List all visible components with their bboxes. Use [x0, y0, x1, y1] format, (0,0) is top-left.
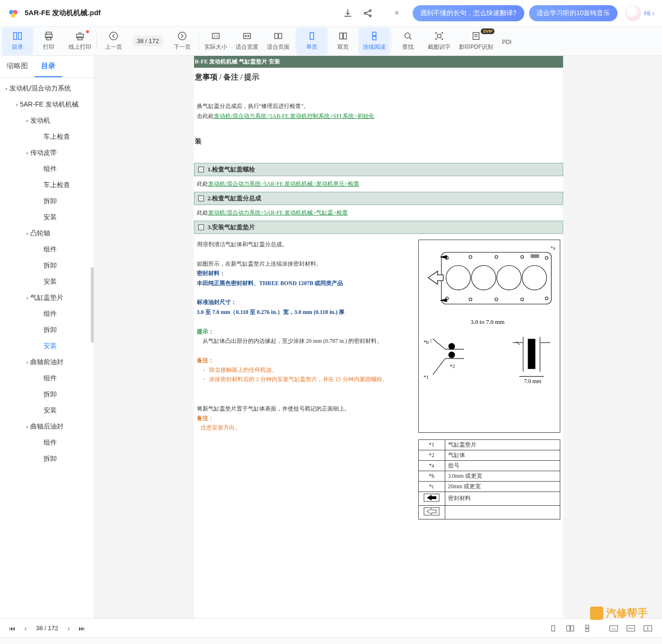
legend-value: 批号	[445, 460, 560, 471]
toc-item[interactable]: 拆卸	[0, 258, 94, 274]
svg-point-41	[545, 297, 548, 300]
toc-item[interactable]: 安装	[0, 402, 94, 419]
tab-thumbnails[interactable]: 缩略图	[0, 56, 35, 77]
toc-item[interactable]: ▾曲轴前油封	[0, 354, 94, 370]
section-3-header[interactable]: - 3.安装气缸盖垫片	[194, 221, 563, 234]
toc-item[interactable]: 安装	[0, 209, 94, 225]
svg-text:1:1: 1:1	[612, 627, 616, 630]
toc-item[interactable]: 车上检查	[0, 129, 94, 145]
scan-pdf-button[interactable]: SVIP 影印PDF识别	[455, 27, 497, 55]
watermark-text: 汽修帮手	[606, 606, 648, 620]
print-button[interactable]: 打印	[33, 27, 64, 55]
diagram-box: *a *b *1 *2	[418, 240, 560, 433]
caret-icon: ▾	[24, 424, 30, 429]
toc-item[interactable]: ▾气缸盖垫片	[0, 290, 94, 306]
view-single-icon[interactable]	[547, 623, 560, 634]
collapse-icon[interactable]: -	[198, 167, 204, 172]
next-page-bottom-button[interactable]: ›	[62, 625, 75, 632]
svg-rect-42	[530, 254, 539, 258]
s1-link[interactable]: 发动机/混合动力系统>5AR-FE 发动机机械>发动机单元>检查	[208, 180, 359, 187]
section-1-header[interactable]: - 1.检查气缸盖螺栓	[194, 163, 563, 176]
caret-icon: ▾	[24, 118, 30, 124]
clip-ocr-button[interactable]: 截图识字	[424, 27, 455, 55]
pdf-page: R-FE 发动机机械 气缸盖垫片 安装 意事项 / 备注 / 提示 换气缸盖分总…	[194, 56, 563, 618]
download-icon[interactable]	[343, 8, 353, 18]
suggestion-pill-2[interactable]: 适合学习听的10首纯音乐	[529, 5, 618, 21]
horizontal-scrollbar[interactable]	[0, 637, 662, 644]
hollow-arrow-icon	[418, 505, 445, 519]
toc-item[interactable]: 安装	[0, 274, 94, 290]
legend-row: *c20mm 或更宽	[418, 481, 560, 492]
zoom-fitw-icon[interactable]	[624, 623, 637, 634]
toc-label: 发动机/混合动力系统	[9, 84, 71, 93]
pdf-more-button[interactable]: PDI	[497, 27, 516, 55]
toc-item[interactable]: 拆卸	[0, 386, 94, 402]
toc-item[interactable]: 拆卸	[0, 322, 94, 338]
fit-width-button[interactable]: 适合宽度	[231, 27, 263, 55]
app-logo-icon	[8, 8, 19, 19]
s3-p2: 如图所示，在新气缸盖垫片上连续涂抹密封材料。	[197, 259, 412, 268]
toc-item[interactable]: 拆卸	[0, 193, 94, 209]
fit-page-button[interactable]: 适合页面	[263, 27, 294, 55]
svg-rect-26	[473, 33, 479, 40]
prev-page-bottom-button[interactable]: ‹	[19, 625, 32, 632]
toc-item[interactable]: 拆卸	[0, 451, 94, 467]
toc-label: 组件	[44, 245, 57, 254]
zoom-11-icon[interactable]: 1:1	[607, 623, 620, 634]
toc-item[interactable]: 组件	[0, 242, 94, 258]
page-indicator[interactable]: 38 / 172	[132, 36, 164, 46]
tree-scrollbar[interactable]	[91, 267, 94, 343]
view-continuous-icon[interactable]	[581, 623, 594, 634]
solid-arrow-icon	[418, 492, 445, 505]
page-area[interactable]: R-FE 发动机机械 气缸盖垫片 安装 意事项 / 备注 / 提示 换气缸盖分总…	[95, 56, 662, 618]
suggestion-pill-1[interactable]: 遇到不懂的长句，怎么快速翻译?	[413, 5, 524, 21]
toc-item[interactable]: 组件	[0, 306, 94, 322]
toc-item[interactable]: ▾凸轮轴	[0, 225, 94, 242]
toc-item[interactable]: ▾发动机/混合动力系统	[0, 80, 94, 97]
toc-item[interactable]: ▾传动皮带	[0, 145, 94, 161]
toc-label: 曲轴前油封	[30, 358, 63, 367]
s2-link[interactable]: 发动机/混合动力系统>5AR-FE 发动机机械>气缸盖>检查	[208, 209, 348, 216]
continuous-read-button[interactable]: 连续阅读	[359, 27, 390, 55]
diag-70: 7.0 mm	[524, 378, 541, 385]
svg-rect-20	[340, 33, 343, 39]
prev-page-button[interactable]: 上一页	[98, 27, 129, 55]
section-1-link-row: 此处发动机/混合动力系统>5AR-FE 发动机机械>发动机单元>检查	[194, 179, 563, 189]
toc-item[interactable]: ▾曲轴后油封	[0, 419, 94, 435]
svg-point-36	[545, 257, 548, 259]
catalog-button[interactable]: 目录	[2, 27, 33, 55]
collapse-icon[interactable]: -	[198, 224, 204, 230]
toc-item[interactable]: 组件	[0, 161, 94, 177]
close-suggestion-icon[interactable]: ✕	[392, 8, 402, 18]
zoom-fitp-icon[interactable]	[641, 623, 654, 634]
toc-item[interactable]: ▾5AR-FE 发动机机械	[0, 97, 94, 113]
view-double-icon[interactable]	[564, 623, 577, 634]
section-2-header[interactable]: - 2.检查气缸盖分总成	[194, 192, 563, 205]
collapse-icon[interactable]: -	[198, 196, 204, 201]
s3-tip: 从气缸体凸出部分的内边缘起，至少涂抹 20 mm (0.787 in.) 的密封…	[197, 336, 412, 346]
watermark-icon	[590, 607, 603, 620]
next-page-button[interactable]: 下一页	[167, 27, 198, 55]
hi-label[interactable]: Hi ›	[644, 9, 654, 17]
scan-pdf-label: 影印PDF识别	[459, 43, 493, 51]
first-page-button[interactable]: ⏮	[6, 625, 19, 632]
actual-size-button[interactable]: 1:1 实际大小	[200, 27, 231, 55]
toc-item[interactable]: ▾发动机	[0, 113, 94, 129]
svg-marker-54	[427, 495, 436, 501]
svg-point-13	[110, 32, 118, 40]
legend-value: 气缸体	[445, 450, 560, 460]
double-page-button[interactable]: 双页	[327, 27, 359, 55]
toc-item[interactable]: 车上检查	[0, 177, 94, 193]
toc-item[interactable]: 安装	[0, 338, 94, 354]
toc-item[interactable]: 组件	[0, 435, 94, 451]
svg-rect-58	[567, 626, 570, 631]
tab-toc[interactable]: 目录	[35, 56, 62, 77]
intro-2-link[interactable]: 发动机/混合动力系统>5AR-FE 发动机控制系统>SFI 系统>初始化	[214, 113, 375, 119]
online-print-button[interactable]: 线上打印	[64, 27, 96, 55]
find-button[interactable]: 查找	[392, 27, 424, 55]
single-page-button[interactable]: 单页	[296, 27, 327, 55]
avatar[interactable]	[625, 5, 641, 21]
share-icon[interactable]	[362, 8, 373, 18]
toc-item[interactable]: 组件	[0, 370, 94, 386]
last-page-button[interactable]: ⏭	[75, 625, 88, 632]
